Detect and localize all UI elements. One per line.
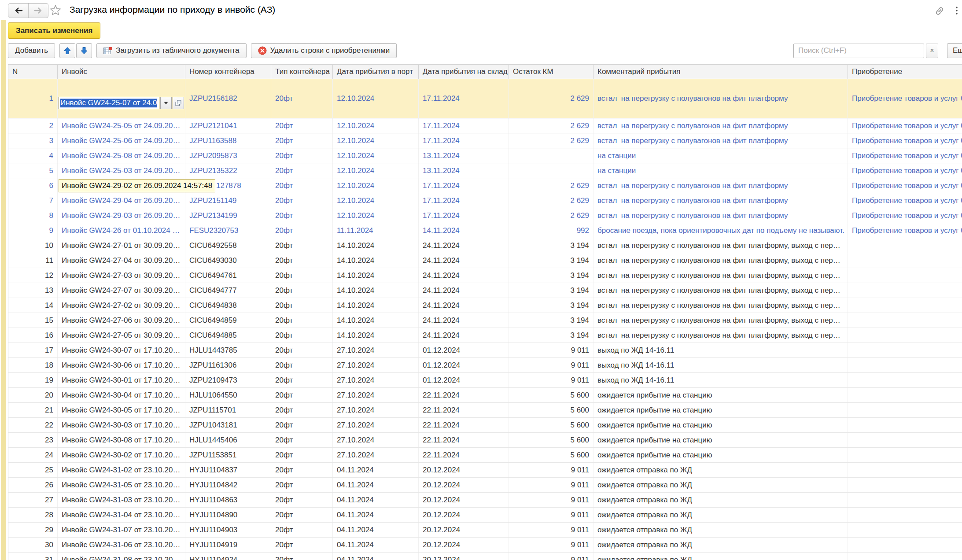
cell-invoice[interactable]: Инвойс GW24-27-04 от 30.09.20… bbox=[58, 253, 185, 268]
cell-acquisition[interactable] bbox=[848, 418, 962, 433]
cell-acquisition[interactable]: Приобретение товаров и услуг 0 bbox=[848, 223, 962, 238]
cell-port-arrival-date[interactable]: 14.10.2024 bbox=[333, 268, 419, 283]
cell-remaining-km[interactable]: 5 600 bbox=[509, 448, 593, 463]
cell-port-arrival-date[interactable]: 12.10.2024 bbox=[333, 148, 419, 163]
cell-arrival-comment[interactable]: ожидается прибытие на станцию bbox=[593, 388, 848, 403]
table-row[interactable]: 23 Инвойс GW24-30-08 от 17.10.20… HJLU14… bbox=[8, 433, 962, 448]
cell-container-type[interactable]: 20фт bbox=[271, 463, 333, 478]
cell-remaining-km[interactable]: 5 600 bbox=[509, 388, 593, 403]
cell-container-type[interactable]: 20фт bbox=[271, 478, 333, 493]
cell-invoice[interactable]: Инвойс GW24-31-05 от 23.10.20… bbox=[58, 478, 185, 493]
cell-row-number[interactable]: 29 bbox=[8, 523, 58, 538]
cell-invoice[interactable]: Инвойс GW24-27-07 от 30.09.20… bbox=[58, 283, 185, 298]
column-header-invoice[interactable]: Инвойс bbox=[58, 65, 185, 79]
cell-container-number[interactable]: CICU6494838 bbox=[185, 298, 271, 313]
kebab-menu-icon[interactable] bbox=[955, 5, 958, 17]
cell-remaining-km[interactable]: 3 194 bbox=[509, 268, 593, 283]
cell-arrival-comment[interactable]: ожидается отправка по ЖД bbox=[593, 478, 848, 493]
cell-port-arrival-date[interactable]: 14.10.2024 bbox=[333, 253, 419, 268]
cell-arrival-comment[interactable]: ожидается отправка по ЖД bbox=[593, 463, 848, 478]
invoice-dropdown-button[interactable] bbox=[160, 97, 172, 109]
cell-container-number[interactable]: CICU6494859 bbox=[185, 313, 271, 328]
cell-acquisition[interactable] bbox=[848, 283, 962, 298]
cell-remaining-km[interactable]: 5 600 bbox=[509, 418, 593, 433]
cell-container-type[interactable]: 20фт bbox=[271, 148, 333, 163]
cell-acquisition[interactable]: Приобретение товаров и услуг 0 bbox=[848, 163, 962, 178]
table-row[interactable]: 24 Инвойс GW24-30-02 от 17.10.20… JZPU11… bbox=[8, 448, 962, 463]
cell-warehouse-arrival-date[interactable]: 17.11.2024 bbox=[419, 193, 509, 208]
add-row-button[interactable]: Добавить bbox=[8, 43, 55, 58]
cell-invoice[interactable]: Инвойс GW24-30-05 от 17.10.20… bbox=[58, 403, 185, 418]
cell-container-number[interactable]: JZPU1153851 bbox=[185, 448, 271, 463]
cell-container-number[interactable]: CICU6492558 bbox=[185, 238, 271, 253]
column-header-container[interactable]: Номер контейнера bbox=[185, 65, 271, 79]
cell-warehouse-arrival-date[interactable]: 17.11.2024 bbox=[419, 133, 509, 148]
cell-remaining-km[interactable]: 3 194 bbox=[509, 253, 593, 268]
cell-container-number[interactable]: JZPU2121041 bbox=[185, 118, 271, 133]
cell-row-number[interactable]: 2 bbox=[8, 118, 58, 133]
table-row[interactable]: 17 Инвойс GW24-30-07 от 17.10.20… HJLU14… bbox=[8, 343, 962, 358]
table-row[interactable]: 27 Инвойс GW24-31-03 от 23.10.20… HYJU11… bbox=[8, 493, 962, 508]
cell-row-number[interactable]: 3 bbox=[8, 133, 58, 148]
table-row[interactable]: 30 Инвойс GW24-31-06 от 23.10.20… HYJU11… bbox=[8, 538, 962, 553]
cell-acquisition[interactable] bbox=[848, 478, 962, 493]
cell-remaining-km[interactable]: 3 194 bbox=[509, 298, 593, 313]
cell-acquisition[interactable] bbox=[848, 553, 962, 560]
cell-arrival-comment[interactable]: встал на перегрузку с полувагонов на фит… bbox=[593, 79, 848, 118]
cell-warehouse-arrival-date[interactable]: 20.12.2024 bbox=[419, 538, 509, 553]
cell-acquisition[interactable] bbox=[848, 328, 962, 343]
search-input[interactable] bbox=[793, 44, 924, 58]
cell-warehouse-arrival-date[interactable]: 24.11.2024 bbox=[419, 283, 509, 298]
table-row[interactable]: 20 Инвойс GW24-30-04 от 17.10.20… HJLU10… bbox=[8, 388, 962, 403]
more-button[interactable]: Еще bbox=[947, 43, 962, 58]
table-row[interactable]: 19 Инвойс GW24-30-01 от 17.10.20… JZPU21… bbox=[8, 373, 962, 388]
cell-container-type[interactable]: 20фт bbox=[271, 418, 333, 433]
cell-remaining-km[interactable]: 9 011 bbox=[509, 493, 593, 508]
cell-arrival-comment[interactable]: встал на перегрузку с полувагонов на фит… bbox=[593, 193, 848, 208]
cell-warehouse-arrival-date[interactable]: 20.12.2024 bbox=[419, 523, 509, 538]
cell-invoice[interactable]: Инвойс GW24-29-02 от 26.09.2024 14:57:48 bbox=[58, 178, 185, 193]
cell-row-number[interactable]: 4 bbox=[8, 148, 58, 163]
cell-acquisition[interactable] bbox=[848, 373, 962, 388]
cell-arrival-comment[interactable]: ожидается отправка по ЖД bbox=[593, 553, 848, 560]
table-row[interactable]: 1 Инвойс GW24-25-07 от 24.0 JZPU2156182 … bbox=[8, 79, 962, 118]
cell-acquisition[interactable] bbox=[848, 388, 962, 403]
table-row[interactable]: 2 Инвойс GW24-25-05 от 24.09.20… JZPU212… bbox=[8, 118, 962, 133]
cell-port-arrival-date[interactable]: 04.11.2024 bbox=[333, 508, 419, 523]
cell-row-number[interactable]: 17 bbox=[8, 343, 58, 358]
cell-arrival-comment[interactable]: встал на перегрузку с полувагонов на фит… bbox=[593, 133, 848, 148]
cell-warehouse-arrival-date[interactable]: 17.11.2024 bbox=[419, 79, 509, 118]
table-row[interactable]: 21 Инвойс GW24-30-05 от 17.10.20… JZPU11… bbox=[8, 403, 962, 418]
cell-acquisition[interactable] bbox=[848, 313, 962, 328]
table-row[interactable]: 7 Инвойс GW24-29-04 от 26.09.20… JZPU215… bbox=[8, 193, 962, 208]
cell-invoice[interactable]: Инвойс GW24-30-07 от 17.10.20… bbox=[58, 343, 185, 358]
cell-container-type[interactable]: 20фт bbox=[271, 193, 333, 208]
column-header-warehouse[interactable]: Дата прибытия на склад bbox=[419, 65, 509, 79]
cell-invoice[interactable]: Инвойс GW24-30-08 от 17.10.20… bbox=[58, 433, 185, 448]
cell-warehouse-arrival-date[interactable]: 20.12.2024 bbox=[419, 478, 509, 493]
cell-remaining-km[interactable]: 9 011 bbox=[509, 538, 593, 553]
table-row[interactable]: 9 Инвойс GW24-26 от 01.10.2024 … FESU232… bbox=[8, 223, 962, 238]
cell-arrival-comment[interactable]: ожидается прибытие на станцию bbox=[593, 433, 848, 448]
cell-container-number[interactable]: JZPU2151149 bbox=[185, 193, 271, 208]
cell-arrival-comment[interactable]: ожидается отправка по ЖД bbox=[593, 508, 848, 523]
cell-acquisition[interactable]: Приобретение товаров и услуг 0 bbox=[848, 148, 962, 163]
cell-container-type[interactable]: 20фт bbox=[271, 508, 333, 523]
table-row[interactable]: 31 Инвойс GW24-31-08 от 23.10.20… HYJU11… bbox=[8, 553, 962, 560]
cell-warehouse-arrival-date[interactable]: 20.12.2024 bbox=[419, 553, 509, 560]
cell-invoice[interactable]: Инвойс GW24-31-07 от 23.10.20… bbox=[58, 523, 185, 538]
cell-remaining-km[interactable]: 2 629 bbox=[509, 193, 593, 208]
cell-row-number[interactable]: 13 bbox=[8, 283, 58, 298]
cell-port-arrival-date[interactable]: 14.10.2024 bbox=[333, 328, 419, 343]
cell-warehouse-arrival-date[interactable]: 13.11.2024 bbox=[419, 148, 509, 163]
cell-invoice[interactable]: Инвойс GW24-25-08 от 24.09.20… bbox=[58, 148, 185, 163]
cell-arrival-comment[interactable]: встал на перегрузку с полувагонов на фит… bbox=[593, 178, 848, 193]
invoice-edit-field[interactable]: Инвойс GW24-25-07 от 24.0 bbox=[59, 97, 159, 109]
cell-port-arrival-date[interactable]: 04.11.2024 bbox=[333, 523, 419, 538]
cell-remaining-km[interactable]: 9 011 bbox=[509, 523, 593, 538]
cell-container-number[interactable]: HYJU1104890 bbox=[185, 508, 271, 523]
cell-port-arrival-date[interactable]: 04.11.2024 bbox=[333, 478, 419, 493]
cell-container-number[interactable]: CICU6494885 bbox=[185, 328, 271, 343]
cell-remaining-km[interactable]: 9 011 bbox=[509, 508, 593, 523]
cell-row-number[interactable]: 14 bbox=[8, 298, 58, 313]
